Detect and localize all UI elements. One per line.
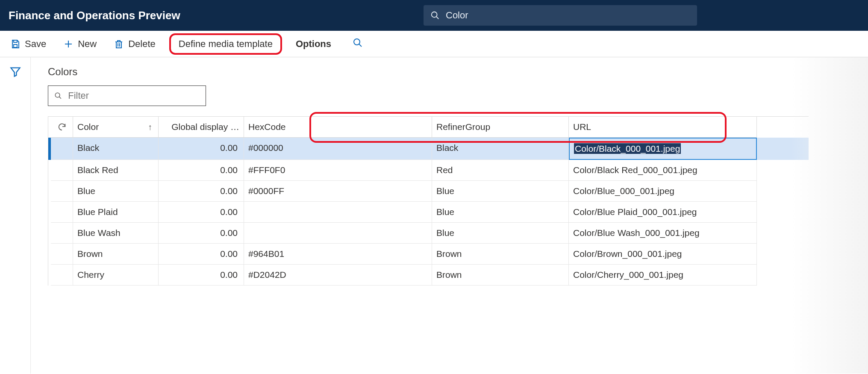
color-column-header[interactable]: Color ↑ xyxy=(73,117,159,138)
row-selector[interactable] xyxy=(51,223,73,244)
grid-header: Color ↑ Global display … HexCode Refiner… xyxy=(48,117,809,138)
row-selector[interactable] xyxy=(51,202,73,223)
refiner-group-cell[interactable]: Brown xyxy=(432,265,569,286)
funnel-icon xyxy=(9,66,21,78)
options-label: Options xyxy=(296,38,331,50)
svg-point-0 xyxy=(432,12,437,18)
url-cell[interactable]: Color/Blue_000_001.jpeg xyxy=(569,181,757,202)
delete-button[interactable]: Delete xyxy=(110,36,159,52)
svg-line-10 xyxy=(359,44,362,47)
url-column-label: URL xyxy=(573,122,591,132)
table-row[interactable]: Blue0.00#0000FFBlueColor/Blue_000_001.jp… xyxy=(48,181,809,202)
url-cell[interactable]: Color/Black Red_000_001.jpeg xyxy=(569,160,757,181)
color-cell[interactable]: Cherry xyxy=(73,265,159,286)
global-display-cell[interactable]: 0.00 xyxy=(159,202,244,223)
hexcode-cell[interactable]: #D2042D xyxy=(244,265,432,286)
global-display-cell[interactable]: 0.00 xyxy=(159,265,244,286)
new-button[interactable]: New xyxy=(60,36,100,52)
hexcode-cell[interactable]: #000000 xyxy=(244,138,432,160)
save-button[interactable]: Save xyxy=(7,36,50,52)
filter-box[interactable] xyxy=(48,85,206,106)
svg-line-1 xyxy=(436,17,438,19)
options-button[interactable]: Options xyxy=(292,36,335,52)
color-cell[interactable]: Black xyxy=(73,138,159,160)
colors-grid: Color ↑ Global display … HexCode Refiner… xyxy=(48,116,809,286)
table-row[interactable]: Brown0.00#964B01BrownColor/Brown_000_001… xyxy=(48,244,809,265)
funnel-button[interactable] xyxy=(9,66,21,374)
row-selector[interactable] xyxy=(51,181,73,202)
hexcode-column-label: HexCode xyxy=(248,122,286,132)
sort-ascending-icon: ↑ xyxy=(148,122,152,132)
refiner-group-cell[interactable]: Red xyxy=(432,160,569,181)
hexcode-cell[interactable]: #0000FF xyxy=(244,181,432,202)
search-icon xyxy=(430,11,440,20)
global-display-column-label: Global display … xyxy=(171,122,239,132)
color-cell[interactable]: Blue Wash xyxy=(73,223,159,244)
svg-rect-6 xyxy=(116,42,121,48)
url-column-header[interactable]: URL xyxy=(569,117,757,138)
save-label: Save xyxy=(25,38,46,50)
color-cell[interactable]: Brown xyxy=(73,244,159,265)
color-cell[interactable]: Blue Plaid xyxy=(73,202,159,223)
table-row[interactable]: Black0.00#000000BlackColor/Black_000_001… xyxy=(48,138,809,160)
svg-rect-2 xyxy=(14,40,17,42)
global-search[interactable]: Color xyxy=(424,5,697,26)
action-bar: Save New Delete Define media template Op… xyxy=(0,31,868,57)
table-row[interactable]: Blue Plaid0.00BlueColor/Blue Plaid_000_0… xyxy=(48,202,809,223)
page-title: Colors xyxy=(48,66,868,78)
trash-icon xyxy=(114,39,124,49)
hexcode-column-header[interactable]: HexCode xyxy=(244,117,432,138)
hexcode-cell[interactable]: #FFF0F0 xyxy=(244,160,432,181)
global-search-value: Color xyxy=(446,10,468,21)
hexcode-cell[interactable]: #964B01 xyxy=(244,244,432,265)
url-cell[interactable]: Color/Cherry_000_001.jpeg xyxy=(569,265,757,286)
color-cell[interactable]: Blue xyxy=(73,181,159,202)
url-cell[interactable]: Color/Brown_000_001.jpeg xyxy=(569,244,757,265)
row-selector[interactable] xyxy=(51,160,73,181)
svg-point-9 xyxy=(354,39,360,45)
hexcode-cell[interactable] xyxy=(244,223,432,244)
row-selector[interactable] xyxy=(51,138,73,160)
action-search-button[interactable] xyxy=(350,35,365,53)
svg-rect-3 xyxy=(14,44,17,47)
filter-input[interactable] xyxy=(67,90,200,102)
global-display-cell[interactable]: 0.00 xyxy=(159,138,244,160)
color-column-label: Color xyxy=(77,122,99,132)
row-selector[interactable] xyxy=(51,265,73,286)
global-display-cell[interactable]: 0.00 xyxy=(159,160,244,181)
refiner-group-column-label: RefinerGroup xyxy=(436,122,490,132)
global-display-cell[interactable]: 0.00 xyxy=(159,181,244,202)
global-display-cell[interactable]: 0.00 xyxy=(159,223,244,244)
filter-rail xyxy=(0,57,31,374)
svg-line-12 xyxy=(59,97,61,99)
refiner-group-cell[interactable]: Blue xyxy=(432,223,569,244)
global-display-cell[interactable]: 0.00 xyxy=(159,244,244,265)
plus-icon xyxy=(63,39,74,49)
hexcode-cell[interactable] xyxy=(244,202,432,223)
global-display-column-header[interactable]: Global display … xyxy=(159,117,244,138)
app-title: Finance and Operations Preview xyxy=(9,9,180,22)
top-bar: Finance and Operations Preview Color xyxy=(0,0,868,31)
svg-point-11 xyxy=(55,93,60,97)
save-icon xyxy=(10,39,21,49)
delete-label: Delete xyxy=(128,38,156,50)
url-cell[interactable]: Color/Blue Plaid_000_001.jpeg xyxy=(569,202,757,223)
table-row[interactable]: Cherry0.00#D2042DBrownColor/Cherry_000_0… xyxy=(48,265,809,286)
refiner-group-column-header[interactable]: RefinerGroup xyxy=(432,117,569,138)
url-cell[interactable]: Color/Black_000_001.jpeg xyxy=(569,138,757,160)
row-selector[interactable] xyxy=(51,244,73,265)
refiner-group-cell[interactable]: Black xyxy=(432,138,569,160)
define-media-template-label: Define media template xyxy=(179,38,273,50)
define-media-template-button[interactable]: Define media template xyxy=(169,33,282,55)
table-row[interactable]: Blue Wash0.00BlueColor/Blue Wash_000_001… xyxy=(48,223,809,244)
refiner-group-cell[interactable]: Blue xyxy=(432,181,569,202)
color-cell[interactable]: Black Red xyxy=(73,160,159,181)
refiner-group-cell[interactable]: Brown xyxy=(432,244,569,265)
refiner-group-cell[interactable]: Blue xyxy=(432,202,569,223)
search-icon xyxy=(54,91,62,100)
table-row[interactable]: Black Red0.00#FFF0F0RedColor/Black Red_0… xyxy=(48,160,809,181)
url-cell[interactable]: Color/Blue Wash_000_001.jpeg xyxy=(569,223,757,244)
refresh-icon xyxy=(57,122,67,132)
search-icon xyxy=(353,38,363,48)
refresh-column-header[interactable] xyxy=(51,117,73,138)
